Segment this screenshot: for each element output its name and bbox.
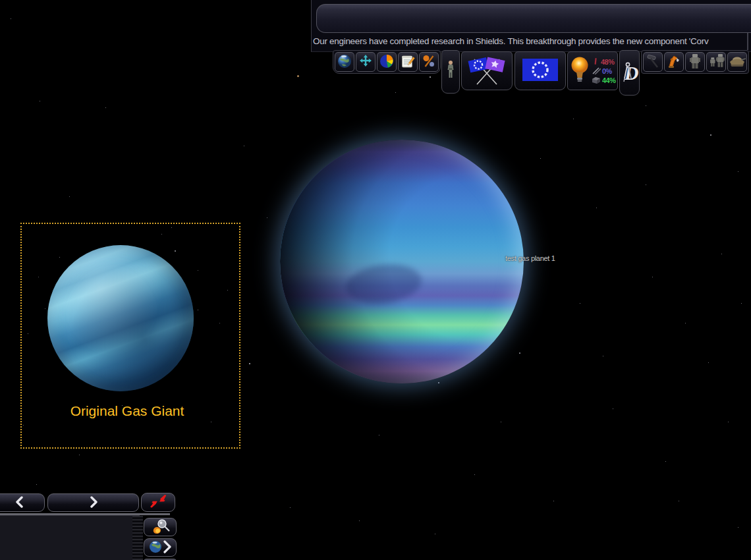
comparison-box: Original Gas Giant <box>20 223 240 449</box>
chevron-right-icon <box>88 496 99 510</box>
planets-button[interactable] <box>335 52 354 72</box>
empire-flag-button[interactable] <box>515 51 566 90</box>
troop-button[interactable] <box>685 52 705 72</box>
game-viewport: test gas planet 1 Original Gas Giant Our… <box>0 0 751 560</box>
vehicle-button[interactable] <box>727 52 747 72</box>
toolbar-build-group <box>641 50 749 74</box>
construction-button[interactable] <box>643 52 663 72</box>
magnify-explosion-icon <box>147 518 173 536</box>
next-button[interactable] <box>47 493 139 512</box>
notification-right-edge <box>747 33 748 50</box>
research-status-panel[interactable]: 48% 0% 44% <box>567 51 618 90</box>
construction-queue-button[interactable] <box>664 52 684 72</box>
original-gas-giant-image <box>47 245 194 391</box>
panel-grip[interactable] <box>132 516 143 560</box>
empire-status-button[interactable] <box>377 52 397 72</box>
pie-chart-icon <box>379 53 395 71</box>
earth-next-icon <box>147 539 173 557</box>
troops-icon <box>708 53 725 72</box>
comparison-caption: Original Gas Giant <box>22 403 233 419</box>
mineral-icon <box>592 74 601 86</box>
troops-button[interactable] <box>706 52 726 72</box>
starfield-bright <box>0 0 1 1</box>
officer-icon <box>445 58 456 86</box>
toolbar-main-group <box>333 50 441 74</box>
globe-icon <box>337 53 352 71</box>
combat-detail-button[interactable] <box>144 518 177 536</box>
jump-to-button[interactable] <box>141 493 175 512</box>
alliances-button[interactable] <box>461 51 513 90</box>
vehicle-icon <box>729 54 746 70</box>
move-cross-icon <box>358 53 374 71</box>
planet-test-gas-giant[interactable] <box>280 140 524 383</box>
previous-button[interactable] <box>0 493 45 512</box>
research-percent: 48% <box>601 58 615 66</box>
research-percent: 44% <box>602 76 616 84</box>
troop-icon <box>688 53 702 72</box>
notification-panel: Our engineers have completed research in… <box>311 0 751 52</box>
orange-star <box>297 75 299 77</box>
designs-button[interactable]: D <box>619 50 640 96</box>
notification-header-bar[interactable] <box>316 4 751 33</box>
crossed-flags-icon <box>464 53 510 89</box>
log-button[interactable] <box>398 52 418 72</box>
research-values: 48% 0% 44% <box>592 57 616 84</box>
construction-arm-icon <box>666 53 682 71</box>
compass-d-icon <box>623 61 633 86</box>
bottom-info-panel <box>0 515 140 560</box>
empire-flag-icon <box>518 55 562 87</box>
next-planet-button[interactable] <box>144 538 177 557</box>
planet-ratio-icon <box>421 53 437 71</box>
planet-night-shade <box>280 140 524 383</box>
notepad-icon <box>400 53 416 71</box>
chevron-left-icon <box>14 496 26 510</box>
jump-arrows-icon <box>148 494 168 511</box>
hammer-icon <box>645 53 661 71</box>
ratios-button[interactable] <box>419 52 439 72</box>
research-percent: 0% <box>602 67 612 75</box>
lightbulb-icon <box>569 54 590 88</box>
officer-button[interactable] <box>441 50 460 94</box>
notification-message: Our engineers have completed research in… <box>313 36 750 46</box>
movement-button[interactable] <box>356 52 376 72</box>
planet-name-label[interactable]: test gas planet 1 <box>505 254 555 262</box>
research-row: 44% <box>592 76 616 84</box>
